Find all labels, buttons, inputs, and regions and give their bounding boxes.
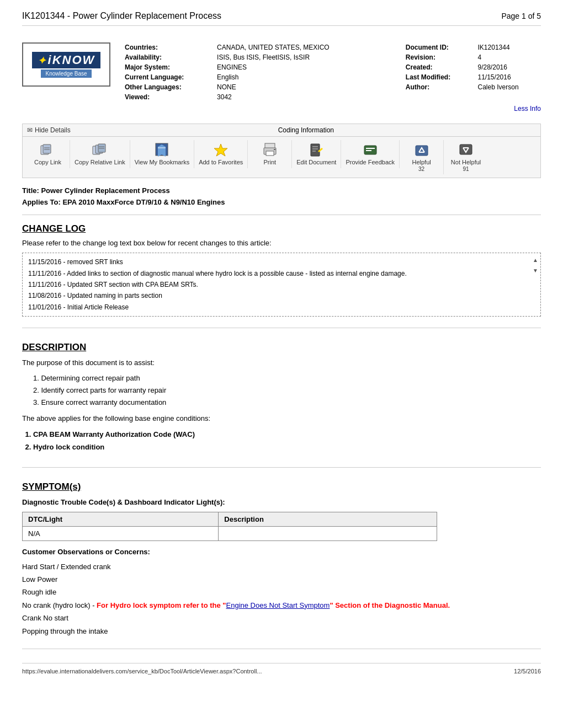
dtc-table: DTC/Light Description N/A: [22, 512, 437, 541]
dtc-col-header-1: Description: [219, 512, 437, 526]
purpose-item-2: 3. Ensure correct warranty documentation: [33, 397, 541, 409]
title-value: Power Cylinder Replacement Process: [41, 186, 169, 195]
add-to-favorites-label: Add to Favorites: [199, 159, 243, 166]
not-helpful-button[interactable]: Not Helpful 91: [444, 140, 488, 174]
obs-item-3: No crank (hydro lock) - For Hydro lock s…: [22, 599, 541, 612]
print-button[interactable]: Print: [248, 140, 292, 168]
major-system-label: Major System:: [121, 62, 214, 72]
copy-relative-link-button[interactable]: Copy Relative Link: [70, 140, 130, 168]
add-to-favorites-button[interactable]: Add to Favorites: [194, 140, 248, 168]
scroll-down-icon[interactable]: ▼: [533, 266, 538, 275]
countries-label: Countries:: [121, 42, 214, 52]
revision-label: Revision:: [402, 52, 475, 62]
svg-rect-16: [274, 149, 275, 150]
dtc-cell-0-1: [219, 526, 437, 540]
symptom-section: SYMPTOM(s) Diagnostic Trouble Code(s) & …: [22, 481, 541, 649]
bookmark-button[interactable]: View My Bookmarks: [130, 140, 194, 168]
other-languages-value: NONE: [214, 82, 380, 92]
helpful-icon: [413, 142, 431, 158]
availability-label: Availability:: [121, 52, 214, 62]
major-system-value: ENGINES: [214, 62, 380, 72]
logo: ✦iKNOW Knowledge Base: [22, 42, 110, 87]
footer-url: https://evalue.internationaldelivers.com…: [22, 668, 262, 675]
hydro-lock-suffix: " Section of the Diagnostic Manual.: [330, 601, 450, 609]
purpose-list: 1. Determining correct repair path 2. Id…: [33, 372, 541, 409]
not-helpful-count: 91: [463, 166, 469, 172]
bold-list: CPA BEAM Warranty Authorization Code (WA…: [33, 428, 541, 454]
print-label: Print: [263, 159, 276, 166]
provide-feedback-label: Provide Feedback: [346, 159, 395, 166]
dtc-cell-0-0: N/A: [23, 526, 219, 540]
article-title-line: Title: Power Cylinder Replacement Proces…: [22, 186, 541, 195]
logo-icon: ✦: [38, 55, 47, 66]
bold-item-1: Hydro lock condition: [33, 441, 541, 453]
applies-line: Applies To: EPA 2010 MaxxForce DT/9/10 &…: [22, 198, 541, 215]
last-modified-value: 11/15/2016: [475, 72, 541, 82]
helpful-button[interactable]: Helpful 32: [400, 140, 444, 174]
obs-item-4: Crank No start: [22, 612, 541, 624]
envelope-icon: ✉: [27, 126, 33, 134]
toolbar-top: ✉ Hide Details Coding Information: [23, 124, 540, 137]
description-title: DESCRIPTION: [22, 342, 541, 353]
helpful-count: 32: [418, 166, 424, 172]
svg-rect-15: [266, 151, 274, 156]
footer-date: 12/5/2016: [514, 668, 541, 675]
feedback-icon: [362, 142, 379, 158]
obs-item-0: Hard Start / Extended crank: [22, 560, 541, 573]
change-log-title: CHANGE LOG: [22, 223, 541, 234]
page-number: Page 1 of 5: [501, 12, 541, 20]
copy-relative-link-icon: [91, 142, 109, 158]
change-log-entry-3: 11/08/2016 - Updated naming in parts sec…: [28, 290, 535, 301]
change-log-entry-2: 11/11/2016 - Updated SRT section with CP…: [28, 279, 535, 290]
current-language-value: English: [214, 72, 380, 82]
info-section: ✦iKNOW Knowledge Base Countries: CANADA,…: [22, 42, 541, 113]
toolbar: ✉ Hide Details Coding Information Copy L…: [22, 124, 541, 178]
applies-text: The above applies for the following base…: [22, 413, 541, 425]
symptom-title: SYMPTOM(s): [22, 481, 541, 493]
engine-does-not-start-link[interactable]: Engine Does Not Start Symptom: [226, 601, 330, 609]
scroll-up-icon[interactable]: ▲: [533, 255, 538, 265]
change-log-subtitle: Please refer to the change log text box …: [22, 239, 541, 247]
not-helpful-label: Not Helpful: [451, 159, 481, 166]
obs-item-5: Popping through the intake: [22, 625, 541, 638]
hide-details-button[interactable]: ✉ Hide Details: [27, 126, 71, 134]
logo-top-text: ✦iKNOW: [32, 52, 101, 68]
created-label: Created:: [402, 62, 475, 72]
logo-bottom-text: Knowledge Base: [41, 69, 91, 78]
not-helpful-icon: [457, 142, 475, 158]
applies-value: EPA 2010 MaxxForce DT/9/10 & N9/N10 Engi…: [62, 198, 225, 206]
change-log-entry-4: 11/01/2016 - Initial Article Release: [28, 302, 535, 313]
author-label: Author:: [402, 82, 475, 92]
copy-link-icon: [39, 142, 57, 158]
availability-value: ISIS, Bus ISIS, FleetISIS, IsSIR: [214, 52, 380, 62]
copy-link-label: Copy Link: [34, 159, 61, 166]
dtc-col-header-0: DTC/Light: [23, 512, 219, 526]
document-title: IK1201344 - Power Cylinder Replacement P…: [22, 11, 221, 21]
less-info-link[interactable]: Less Info: [121, 105, 541, 113]
change-log-box: 11/15/2016 - removed SRT links 11/11/201…: [22, 253, 541, 317]
toolbar-buttons: Copy Link Copy Relative Link: [23, 137, 540, 178]
hide-details-label: Hide Details: [35, 126, 71, 134]
hydro-lock-prefix: For Hydro lock symptom refer to the ": [97, 601, 226, 609]
provide-feedback-button[interactable]: Provide Feedback: [341, 140, 400, 168]
helpful-label: Helpful: [412, 159, 431, 166]
coding-information-label: Coding Information: [76, 126, 536, 134]
svg-rect-23: [366, 148, 375, 149]
svg-rect-17: [311, 144, 320, 156]
author-value: Caleb Iverson: [475, 82, 541, 92]
copy-link-button[interactable]: Copy Link: [26, 140, 70, 168]
viewed-label: Viewed:: [121, 92, 214, 102]
print-icon: [261, 142, 279, 158]
purpose-text: The purpose of this document is to assis…: [22, 357, 541, 369]
customer-obs-title: Customer Observations or Concerns:: [22, 548, 541, 556]
dtc-subtitle: Diagnostic Trouble Code(s) & Dashboard I…: [22, 497, 541, 508]
page-header: IK1201344 - Power Cylinder Replacement P…: [22, 11, 541, 26]
description-section: DESCRIPTION The purpose of this document…: [22, 342, 541, 468]
obs-item-1: Low Power: [22, 573, 541, 586]
edit-document-label: Edit Document: [296, 159, 336, 166]
countries-value: CANADA, UNITED STATES, MEXICO: [214, 42, 380, 52]
edit-document-button[interactable]: Edit Document: [292, 140, 341, 168]
title-prefix: Title:: [22, 186, 39, 195]
bookmark-label: View My Bookmarks: [135, 159, 189, 166]
page-footer: https://evalue.internationaldelivers.com…: [22, 663, 541, 675]
